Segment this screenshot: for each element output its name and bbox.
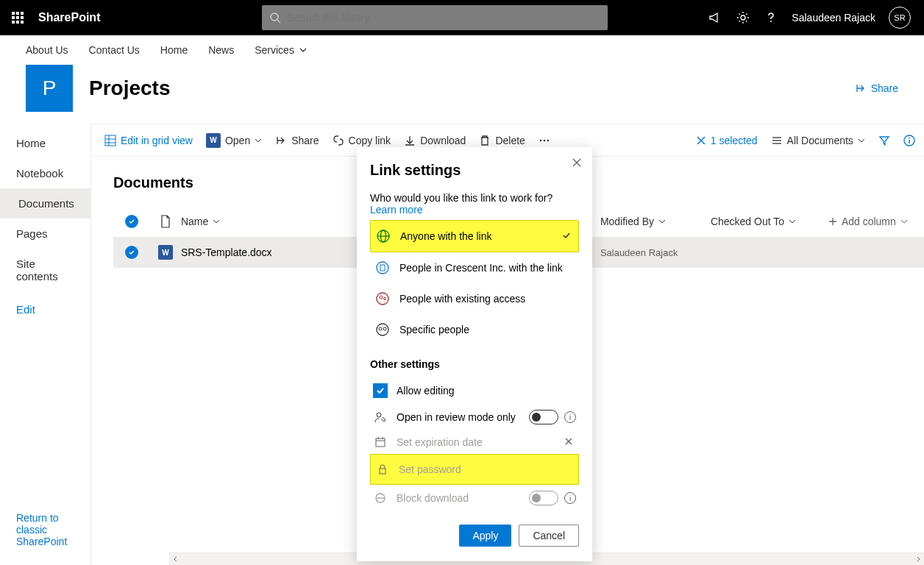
review-mode-toggle[interactable] bbox=[529, 410, 558, 424]
other-settings-title: Other settings bbox=[370, 358, 579, 370]
svg-point-25 bbox=[377, 324, 388, 335]
svg-rect-33 bbox=[380, 469, 385, 474]
cmd-copy-link[interactable]: Copy link bbox=[333, 135, 391, 146]
cmd-open[interactable]: W Open bbox=[206, 133, 262, 148]
checked-out-column-header[interactable]: Checked Out To bbox=[711, 216, 828, 227]
site-logo[interactable]: P bbox=[26, 65, 73, 112]
site-title: Projects bbox=[89, 77, 171, 100]
leftnav-home[interactable]: Home bbox=[0, 128, 90, 158]
app-launcher-icon[interactable] bbox=[0, 0, 35, 35]
word-icon: W bbox=[206, 133, 221, 148]
share-icon bbox=[855, 82, 867, 94]
info-icon bbox=[903, 135, 915, 146]
svg-point-9 bbox=[544, 139, 546, 141]
dialog-close-button[interactable] bbox=[572, 157, 582, 171]
svg-point-27 bbox=[383, 327, 386, 330]
scroll-right-icon[interactable] bbox=[911, 553, 924, 566]
brand-label: SharePoint bbox=[38, 11, 100, 24]
svg-point-0 bbox=[271, 13, 278, 21]
option-anyone[interactable]: Anyone with the link bbox=[370, 220, 579, 252]
megaphone-icon[interactable] bbox=[708, 10, 722, 25]
option-organization[interactable]: People in Crescent Inc. with the link bbox=[370, 252, 579, 283]
select-all-column[interactable] bbox=[113, 215, 150, 228]
clear-expiration-icon[interactable] bbox=[564, 436, 573, 448]
cmd-filter[interactable] bbox=[878, 135, 890, 146]
svg-point-20 bbox=[377, 262, 388, 274]
search-icon bbox=[269, 12, 281, 24]
leftnav-edit-link[interactable]: Edit bbox=[0, 294, 90, 324]
type-column-header[interactable] bbox=[150, 215, 181, 228]
help-icon[interactable] bbox=[764, 10, 778, 25]
close-icon bbox=[572, 157, 582, 168]
user-avatar[interactable]: SR bbox=[889, 7, 911, 29]
allow-editing-checkbox[interactable] bbox=[373, 383, 388, 398]
left-navigation: Home Notebook Documents Pages Site conte… bbox=[0, 124, 91, 565]
selected-count[interactable]: 1 selected bbox=[696, 135, 758, 146]
grid-icon bbox=[104, 135, 116, 146]
list-icon bbox=[771, 135, 783, 146]
info-icon[interactable]: i bbox=[564, 492, 576, 504]
word-file-icon: W bbox=[158, 245, 173, 260]
cmd-share[interactable]: Share bbox=[275, 135, 319, 146]
search-input[interactable] bbox=[287, 12, 600, 24]
password-row[interactable]: Set password bbox=[370, 454, 579, 485]
clear-selection-icon bbox=[696, 135, 706, 146]
site-header: P Projects Share bbox=[0, 65, 924, 124]
search-box[interactable] bbox=[262, 5, 608, 30]
cmd-edit-grid[interactable]: Edit in grid view bbox=[104, 135, 193, 146]
cancel-button[interactable]: Cancel bbox=[519, 525, 579, 547]
selected-check-icon bbox=[562, 230, 571, 242]
nav-services[interactable]: Services bbox=[255, 44, 308, 56]
return-classic-link[interactable]: Return to classic SharePoint bbox=[0, 500, 90, 565]
chevron-down-icon bbox=[299, 46, 308, 54]
link-icon bbox=[333, 135, 344, 146]
svg-point-22 bbox=[377, 293, 388, 305]
file-name[interactable]: SRS-Template.docx bbox=[181, 246, 387, 258]
nav-about[interactable]: About Us bbox=[26, 44, 68, 56]
name-column-header[interactable]: Name bbox=[181, 216, 387, 227]
more-icon bbox=[539, 135, 550, 146]
add-column-header[interactable]: Add column bbox=[828, 216, 924, 227]
modified-by-column-header[interactable]: Modified By bbox=[600, 216, 711, 227]
dialog-subtitle: Who would you like this link to work for… bbox=[370, 192, 579, 216]
gear-icon[interactable] bbox=[736, 10, 750, 25]
people-icon bbox=[374, 321, 391, 338]
chevron-down-icon bbox=[789, 218, 796, 225]
svg-rect-21 bbox=[380, 265, 385, 271]
share-site-button[interactable]: Share bbox=[855, 82, 898, 94]
nav-news[interactable]: News bbox=[208, 44, 234, 56]
svg-point-3 bbox=[770, 21, 772, 22]
chevron-down-icon bbox=[900, 218, 908, 225]
row-checkbox[interactable] bbox=[125, 246, 138, 259]
option-specific-people[interactable]: Specific people bbox=[370, 314, 579, 345]
cmd-more[interactable] bbox=[539, 135, 550, 146]
chevron-down-icon bbox=[213, 218, 220, 225]
cmd-info[interactable] bbox=[903, 135, 915, 146]
option-existing-access[interactable]: People with existing access bbox=[370, 283, 579, 314]
allow-editing-row[interactable]: Allow editing bbox=[370, 377, 579, 404]
trash-icon bbox=[479, 135, 491, 146]
leftnav-documents[interactable]: Documents bbox=[0, 188, 90, 218]
scroll-left-icon[interactable] bbox=[169, 553, 182, 566]
cmd-download[interactable]: Download bbox=[404, 135, 466, 146]
cmd-delete[interactable]: Delete bbox=[479, 135, 525, 146]
svg-point-24 bbox=[384, 298, 386, 300]
info-icon[interactable]: i bbox=[564, 411, 576, 423]
svg-point-26 bbox=[379, 327, 382, 330]
site-nav: About Us Contact Us Home News Services bbox=[0, 35, 924, 65]
leftnav-site-contents[interactable]: Site contents bbox=[0, 249, 90, 291]
nav-home[interactable]: Home bbox=[160, 44, 188, 56]
apply-button[interactable]: Apply bbox=[459, 525, 511, 547]
dialog-title: Link settings bbox=[370, 162, 579, 179]
leftnav-pages[interactable]: Pages bbox=[0, 218, 90, 249]
leftnav-notebook[interactable]: Notebook bbox=[0, 158, 90, 188]
expiration-row[interactable]: Set expiration date bbox=[370, 430, 579, 454]
calendar-icon bbox=[373, 436, 388, 448]
cmd-view-selector[interactable]: All Documents bbox=[771, 135, 865, 146]
link-settings-dialog: Link settings Who would you like this li… bbox=[357, 147, 592, 561]
svg-point-8 bbox=[540, 139, 542, 141]
learn-more-link[interactable]: Learn more bbox=[370, 204, 423, 216]
globe-icon bbox=[375, 228, 391, 244]
block-download-toggle bbox=[529, 491, 558, 505]
nav-contact[interactable]: Contact Us bbox=[89, 44, 140, 56]
